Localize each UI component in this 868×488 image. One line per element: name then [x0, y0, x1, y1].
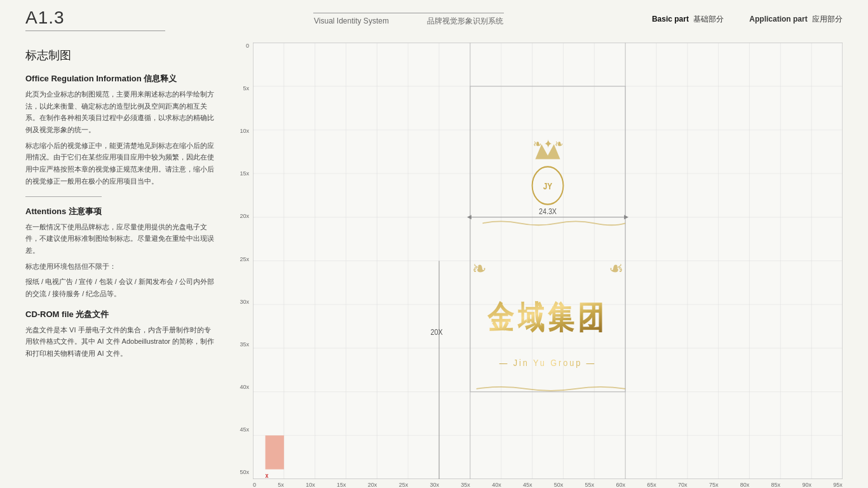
x-label-10: 10x: [306, 482, 315, 488]
nav-basic-part[interactable]: Basic part 基础部分: [652, 14, 724, 25]
y-label-45: 45x: [235, 426, 249, 433]
office-text-1: 此页为企业标志的制图规范，主要用来阐述标志的科学绘制方法，以此来衡量、确定标志的…: [25, 88, 216, 136]
header-top-divider: [313, 13, 504, 13]
cdrom-title: CD-ROM file 光盘文件: [25, 309, 216, 320]
y-label-5: 5x: [235, 85, 249, 92]
chart-grid: 20X 24.3X x ❧ ✦ ❧: [253, 43, 843, 479]
office-title: Office Regulation Information 信息释义: [25, 73, 216, 85]
x-label-35: 35x: [461, 482, 470, 488]
section-title: 标志制图: [25, 48, 216, 63]
attentions-text-1: 在一般情况下使用品牌标志，应尽量使用提供的光盘电子文件，不建议使用标准制图绘制标…: [25, 221, 216, 257]
x-label-55: 55x: [585, 482, 595, 488]
svg-text:JY: JY: [543, 181, 553, 191]
x-label-30: 30x: [430, 482, 439, 488]
header-brand-labels: Visual Identity System 品牌视觉形象识别系统: [314, 16, 503, 27]
main-content: 标志制图 Office Regulation Information 信息释义 …: [0, 36, 868, 488]
svg-text:❧: ❧: [472, 257, 486, 280]
x-label-25: 25x: [399, 482, 409, 488]
header-underline: [25, 30, 165, 31]
svg-text:金域集团: 金域集团: [487, 300, 608, 336]
nav-basic-cn: 基础部分: [693, 15, 724, 24]
header-left: A1.3: [25, 8, 165, 31]
cdrom-text: 光盘文件是本 VI 手册电子文件的集合，内含手册制作时的专用软件格式文件。其中 …: [25, 324, 216, 360]
attentions-text-2: 标志使用环境包括但不限于：: [25, 261, 216, 273]
x-label-70: 70x: [678, 482, 688, 488]
x-axis: 0 5x 10x 15x 20x 25x 30x 35x 40x 45x 50x…: [253, 479, 843, 488]
y-label-15: 15x: [235, 170, 249, 177]
x-label-60: 60x: [616, 482, 625, 488]
svg-text:24.3X: 24.3X: [539, 207, 557, 216]
y-label-10: 10x: [235, 128, 249, 134]
nav-basic-en: Basic part: [652, 15, 689, 24]
attentions-title: Attentions 注意事项: [25, 206, 216, 217]
y-label-50: 50x: [235, 469, 249, 475]
x-label-45: 45x: [523, 482, 532, 488]
y-label-30: 30x: [235, 299, 249, 305]
x-label-65: 65x: [647, 482, 656, 488]
office-text-2: 标志缩小后的视觉修正中，能更清楚地见到标志在缩小后的应用情况。由于它们在某些应用…: [25, 140, 216, 187]
vis-system-en: Visual Identity System: [314, 17, 389, 25]
x-label-0: 0: [253, 482, 256, 488]
vis-system-cn: 品牌视觉形象识别系统: [427, 16, 503, 27]
y-label-20: 20x: [235, 213, 249, 219]
left-panel: 标志制图 Office Regulation Information 信息释义 …: [25, 36, 229, 488]
svg-text:20X: 20X: [431, 327, 443, 337]
y-label-0: 0: [235, 43, 249, 49]
nav-app-cn: 应用部分: [812, 15, 843, 24]
svg-text:x: x: [266, 471, 269, 479]
svg-text:— Jin Yu Group —: — Jin Yu Group —: [499, 357, 597, 368]
page-header: A1.3 Visual Identity System 品牌视觉形象识别系统 B…: [0, 0, 868, 36]
page-code: A1.3: [25, 8, 165, 28]
y-label-35: 35x: [235, 341, 249, 348]
y-label-40: 40x: [235, 384, 249, 390]
divider-1: [25, 196, 102, 197]
nav-app-en: Application part: [749, 15, 807, 24]
chart-wrapper: 50x 45x 40x 35x 30x 25x 20x 15x 10x 5x 0: [235, 43, 843, 488]
x-label-20: 20x: [368, 482, 377, 488]
x-label-15: 15x: [337, 482, 346, 488]
header-nav: Basic part 基础部分 Application part 应用部分: [652, 14, 843, 25]
x-label-95: 95x: [833, 482, 843, 488]
x-label-40: 40x: [492, 482, 501, 488]
y-axis: 50x 45x 40x 35x 30x 25x 20x 15x 10x 5x 0: [235, 43, 253, 488]
svg-rect-40: [266, 435, 284, 469]
nav-application-part[interactable]: Application part 应用部分: [749, 14, 843, 25]
svg-text:❧: ❧: [609, 257, 623, 280]
attentions-text-3: 报纸 / 电视广告 / 宣传 / 包装 / 会议 / 新闻发布会 / 公司内外部…: [25, 276, 216, 299]
chart-area: 50x 45x 40x 35x 30x 25x 20x 15x 10x 5x 0: [229, 36, 843, 488]
svg-text:❧ ✦ ❧: ❧ ✦ ❧: [533, 137, 562, 151]
x-label-80: 80x: [740, 482, 750, 488]
x-label-85: 85x: [771, 482, 781, 488]
x-label-5: 5x: [278, 482, 284, 488]
x-label-50: 50x: [554, 482, 564, 488]
x-label-75: 75x: [709, 482, 719, 488]
x-label-90: 90x: [802, 482, 811, 488]
header-center: Visual Identity System 品牌视觉形象识别系统: [313, 13, 504, 27]
grid-container: 20X 24.3X x ❧ ✦ ❧: [253, 43, 843, 488]
y-label-25: 25x: [235, 256, 249, 262]
